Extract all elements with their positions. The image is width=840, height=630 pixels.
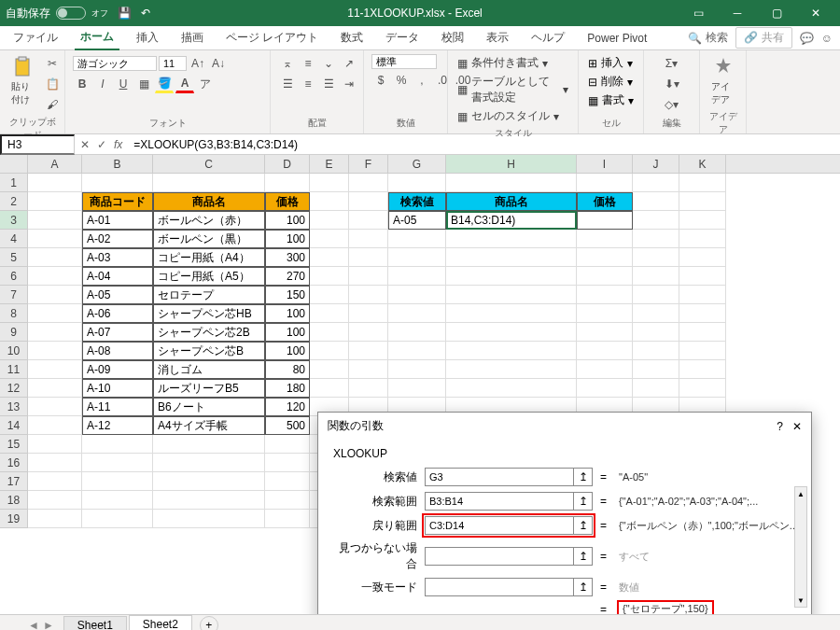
cell[interactable] [28, 323, 82, 342]
cell[interactable] [310, 379, 349, 398]
cell[interactable] [153, 472, 265, 491]
cell[interactable] [679, 304, 726, 323]
search-box[interactable]: 🔍 検索 [688, 30, 728, 46]
cell[interactable] [679, 192, 726, 211]
cell[interactable]: 100 [265, 230, 310, 248]
cell[interactable]: 120 [265, 398, 310, 416]
paste-button[interactable]: 貼り付け [7, 54, 37, 108]
copy-icon[interactable]: 📋 [43, 75, 62, 93]
cell[interactable] [28, 435, 82, 454]
cell[interactable] [633, 248, 679, 267]
cell[interactable] [28, 248, 82, 267]
cell[interactable] [28, 174, 82, 192]
row-header[interactable]: 11 [0, 360, 28, 379]
cell[interactable] [265, 491, 310, 510]
percent-icon[interactable]: % [392, 71, 411, 90]
cell[interactable] [679, 323, 726, 342]
tab-home[interactable]: ホーム [75, 25, 119, 50]
cell[interactable] [446, 267, 577, 286]
cell[interactable] [28, 286, 82, 304]
comma-icon[interactable]: , [413, 71, 431, 90]
cell[interactable] [446, 230, 577, 248]
column-header[interactable]: I [577, 155, 633, 173]
cell[interactable] [633, 230, 679, 248]
row-header[interactable]: 8 [0, 304, 28, 323]
insert-cells-button[interactable]: ⊞ 挿入 ▾ [586, 54, 635, 72]
tab-data[interactable]: データ [380, 26, 425, 49]
maximize-icon[interactable]: ▢ [758, 0, 795, 26]
row-header[interactable]: 5 [0, 248, 28, 267]
cell[interactable]: シャープペン芯2B [153, 323, 265, 342]
cell[interactable]: A-06 [82, 304, 153, 323]
add-sheet-button[interactable]: + [200, 616, 218, 631]
row-header[interactable]: 16 [0, 454, 28, 472]
save-icon[interactable]: 💾 [118, 7, 132, 20]
cell[interactable] [446, 286, 577, 304]
cell[interactable] [633, 379, 679, 398]
cell[interactable] [82, 491, 153, 510]
cell[interactable]: コピー用紙（A5） [153, 267, 265, 286]
tab-help[interactable]: ヘルプ [525, 26, 570, 49]
sheet-nav-prev-icon[interactable]: ◄ [28, 619, 39, 631]
font-color-button[interactable]: A [175, 75, 194, 93]
cell[interactable] [28, 398, 82, 416]
cell[interactable]: 商品名 [446, 192, 577, 211]
fill-color-button[interactable]: 🪣 [155, 75, 174, 93]
cell[interactable] [388, 230, 446, 248]
row-header[interactable]: 2 [0, 192, 28, 211]
smile-icon[interactable]: ☺ [821, 32, 833, 45]
cell[interactable] [349, 211, 388, 230]
lookup-value-input[interactable] [426, 469, 573, 485]
row-header[interactable]: 17 [0, 472, 28, 491]
cell[interactable]: A-10 [82, 379, 153, 398]
cell[interactable] [28, 360, 82, 379]
cell[interactable]: ルーズリーフB5 [153, 379, 265, 398]
cell[interactable] [633, 267, 679, 286]
row-header[interactable]: 19 [0, 510, 28, 528]
dialog-scrollbar[interactable]: ▲ ▼ [794, 486, 807, 608]
clear-icon[interactable]: ◇▾ [663, 95, 681, 114]
cell[interactable] [310, 304, 349, 323]
column-header[interactable]: K [679, 155, 726, 173]
cell[interactable] [349, 304, 388, 323]
cell[interactable] [446, 248, 577, 267]
cell[interactable] [633, 192, 679, 211]
cell[interactable] [28, 416, 82, 435]
cell[interactable]: A-12 [82, 416, 153, 435]
cell[interactable] [679, 267, 726, 286]
tab-review[interactable]: 校閲 [436, 26, 469, 49]
cell[interactable]: 検索値 [388, 192, 446, 211]
cell[interactable] [633, 360, 679, 379]
cell[interactable]: 商品コード [82, 192, 153, 211]
cell[interactable] [388, 248, 446, 267]
cell[interactable] [310, 211, 349, 230]
comments-icon[interactable]: 💬 [800, 32, 814, 45]
format-painter-icon[interactable]: 🖌 [43, 95, 62, 114]
column-header[interactable]: D [265, 155, 310, 173]
cell[interactable] [265, 174, 310, 192]
tab-draw[interactable]: 描画 [175, 26, 209, 49]
cell[interactable] [349, 323, 388, 342]
row-header[interactable]: 4 [0, 230, 28, 248]
cell[interactable] [310, 230, 349, 248]
column-header[interactable]: E [310, 155, 349, 173]
cell[interactable] [679, 211, 726, 230]
cell[interactable] [310, 267, 349, 286]
cell[interactable]: セロテープ [153, 286, 265, 304]
format-cells-button[interactable]: ▦ 書式 ▾ [586, 91, 636, 109]
cell[interactable] [633, 286, 679, 304]
underline-button[interactable]: U [114, 75, 133, 93]
sheet-tab[interactable]: Sheet1 [63, 616, 127, 630]
cell[interactable]: 商品名 [153, 192, 265, 211]
column-header[interactable]: A [28, 155, 82, 173]
cell[interactable] [28, 211, 82, 230]
cell[interactable] [349, 360, 388, 379]
cell[interactable]: A-03 [82, 248, 153, 267]
cell[interactable]: 消しゴム [153, 360, 265, 379]
cell[interactable] [310, 323, 349, 342]
cell[interactable]: A4サイズ手帳 [153, 416, 265, 435]
cell[interactable] [28, 510, 82, 528]
cell[interactable] [265, 472, 310, 491]
row-header[interactable]: 9 [0, 323, 28, 342]
sheet-tab[interactable]: Sheet2 [129, 615, 192, 630]
